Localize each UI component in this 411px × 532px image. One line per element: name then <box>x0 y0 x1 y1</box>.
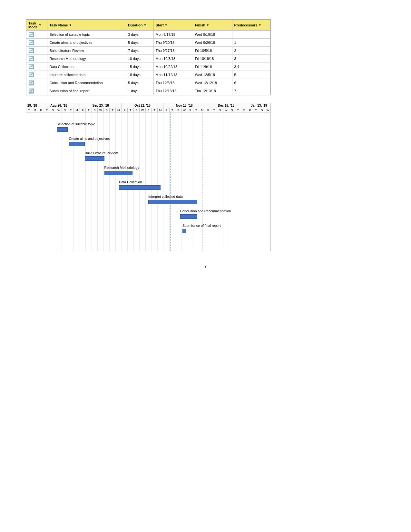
gantt-grid-col <box>152 112 158 251</box>
th-finish-label: Finish <box>195 23 205 27</box>
gantt-subheader-day: T <box>253 108 259 112</box>
task-duration-cell: 5 days <box>126 39 154 47</box>
gantt-grid-col <box>205 112 211 251</box>
task-start-cell: Thu 12/6/18 <box>153 79 193 87</box>
task-mode-cell: 🔄 <box>26 87 47 95</box>
gantt-task-label: Research Methodology <box>104 166 139 169</box>
task-mode-cell: 🔄 <box>26 63 47 71</box>
gantt-subheader-day: M <box>199 108 205 112</box>
gantt-chart-subheader: TMFTSWSTMFTSWSTMFTSWSTMFTSWSTMFTSWSTMFTS… <box>26 108 270 112</box>
task-mode-icon: 🔄 <box>28 64 34 69</box>
gantt-grid-col <box>44 112 50 251</box>
task-finish-cell: Wed 9/26/18 <box>193 39 232 47</box>
task-mode-icon: 🔄 <box>28 88 34 93</box>
task-mode-icon: 🔄 <box>28 48 34 53</box>
th-name-sort[interactable]: ▼ <box>69 24 72 27</box>
task-mode-cell: 🔄 <box>26 31 47 39</box>
gantt-grid-col <box>110 112 116 251</box>
gantt-subheader-day: S <box>229 108 235 112</box>
th-mode-sort[interactable]: ▼ <box>39 24 42 27</box>
task-pred-cell: 1 <box>232 39 270 47</box>
gantt-subheader-day: S <box>62 108 68 112</box>
gantt-task-label: Data Collection <box>119 180 142 184</box>
gantt-grid-col <box>217 112 223 251</box>
task-mode-cell: 🔄 <box>26 71 47 79</box>
gantt-grid-col <box>32 112 38 251</box>
task-start-cell: Thu 9/20/18 <box>153 39 193 47</box>
gantt-subheader-day: W <box>140 108 146 112</box>
gantt-header-period: 29, '18 <box>26 103 38 108</box>
task-pred-cell: 6 <box>232 79 270 87</box>
th-start-sort[interactable]: ▼ <box>165 24 168 27</box>
gantt-chart-body: Selection of suitable topicCreate aims a… <box>26 112 270 251</box>
gantt-grid-col <box>187 112 193 251</box>
gantt-grid-col <box>56 112 62 251</box>
gantt-subheader-day: S <box>259 108 265 112</box>
task-name-cell: Create aims and objectives <box>47 39 126 47</box>
gantt-subheader-day: T <box>26 108 32 112</box>
gantt-grid-col <box>241 112 247 251</box>
gantt-header-period: Jan 13, '19 <box>247 103 271 108</box>
gantt-subheader-day: T <box>211 108 217 112</box>
gantt-task-label: Conclusion and Recommendetion <box>180 209 231 213</box>
gantt-subheader-day: F <box>205 108 211 112</box>
gantt-grid-col <box>80 112 86 251</box>
th-pred-label: Predecessors <box>234 23 258 27</box>
gantt-task-bar <box>104 171 132 175</box>
table-row: 🔄 Selection of suitable topic 3 days Mon… <box>26 31 270 39</box>
gantt-grid-col <box>50 112 56 251</box>
gantt-grid-col <box>158 112 164 251</box>
task-start-cell: Mon 10/22/18 <box>153 63 193 71</box>
gantt-table-wrapper: TaskMode ▼ Task Name ▼ Duration ▼ <box>26 19 271 95</box>
gantt-chart-header: 29, '18Aug 26, '18Sep 23, '18Oct 21, '18… <box>26 103 270 108</box>
table-row: 🔄 Conclusion and Recommendetion 5 days T… <box>26 79 270 87</box>
gantt-header-period: Nov 18, '18 <box>163 103 205 108</box>
table-row: 🔄 Data Collection 15 days Mon 10/22/18 F… <box>26 63 270 71</box>
gantt-subheader-day: F <box>80 108 86 112</box>
task-pred-cell <box>232 31 270 39</box>
gantt-subheader-day: T <box>86 108 92 112</box>
gantt-task-label: Create aims and objectives <box>69 137 110 140</box>
gantt-header-period: Oct 21, '18 <box>122 103 164 108</box>
task-mode-icon: 🔄 <box>28 32 34 37</box>
gantt-grid-col <box>92 112 98 251</box>
th-finish-sort[interactable]: ▼ <box>206 24 209 27</box>
task-name-cell: Research Methodology <box>47 55 126 63</box>
gantt-grid-col <box>68 112 74 251</box>
gantt-subheader-day: S <box>217 108 223 112</box>
gantt-task-bar <box>69 142 85 146</box>
task-name-cell: Selection of suitable topic <box>47 31 126 39</box>
gantt-subheader-day: F <box>163 108 170 112</box>
gantt-subheader-day: S <box>104 108 110 112</box>
gantt-grid-col <box>98 112 104 251</box>
task-name-cell: Interpret collected data <box>47 71 126 79</box>
gantt-grid-col <box>235 112 241 251</box>
th-finish: Finish ▼ <box>193 20 232 31</box>
task-duration-cell: 5 days <box>126 79 154 87</box>
task-duration-cell: 3 days <box>126 31 154 39</box>
gantt-subheader-day: S <box>50 108 56 112</box>
th-pred-sort[interactable]: ▼ <box>259 24 261 27</box>
gantt-grid-col <box>229 112 235 251</box>
gantt-task-bar <box>148 200 197 204</box>
task-duration-cell: 18 days <box>126 71 154 79</box>
gantt-subheader-day: M <box>32 108 38 112</box>
gantt-grid-col <box>38 112 44 251</box>
task-pred-cell: 3 <box>232 55 270 63</box>
task-duration-cell: 1 day <box>126 87 154 95</box>
table-row: 🔄 Submission of final report 1 day Thu 1… <box>26 87 270 95</box>
th-pred: Predecessors ▼ <box>232 20 270 31</box>
gantt-header-period: Aug 26, '18 <box>38 103 80 108</box>
gantt-subheader-day: T <box>110 108 116 112</box>
th-duration-sort[interactable]: ▼ <box>143 24 146 27</box>
gantt-subheader-day: W <box>181 108 188 112</box>
task-mode-cell: 🔄 <box>26 55 47 63</box>
th-start: Start ▼ <box>153 20 193 31</box>
task-finish-cell: Fri 10/19/18 <box>193 55 232 63</box>
gantt-subheader-day: M <box>241 108 247 112</box>
task-name-cell: Submission of final report <box>47 87 126 95</box>
gantt-grid-col <box>193 112 200 251</box>
gantt-task-bar <box>57 127 68 132</box>
task-mode-icon: 🔄 <box>28 80 34 85</box>
task-start-cell: Mon 10/8/18 <box>153 55 193 63</box>
